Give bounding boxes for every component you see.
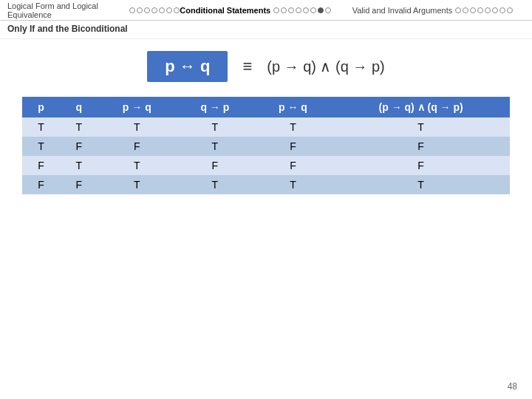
col-header-biconditional: p ↔ q (254, 97, 332, 117)
cell-r2-conj: F (332, 137, 510, 156)
cell-r4-bicond: T (254, 175, 332, 194)
table-row: F F T T T T (22, 175, 510, 194)
truth-table: p q p → q q → p p ↔ q (p → q) ∧ (q → p) … (22, 97, 510, 194)
vdot-7 (499, 7, 505, 13)
dot-3 (144, 7, 150, 13)
cell-r4-pq: T (98, 175, 176, 194)
col-header-p: p (22, 97, 60, 117)
cdot-5 (303, 7, 309, 13)
table-header-row: p q p → q q → p p ↔ q (p → q) ∧ (q → p) (22, 97, 510, 117)
dot-5 (159, 7, 165, 13)
dot-6 (166, 7, 172, 13)
cdot-8 (325, 7, 331, 13)
nav-label-conditional: Conditional Statements (180, 6, 270, 15)
table-row: F T T F F F (22, 156, 510, 175)
dot-1 (129, 7, 135, 13)
nav-dots-valid-invalid (455, 7, 513, 13)
expanded-formula: (p → q) ∧ (q → p) (267, 58, 384, 75)
cdot-2 (281, 7, 287, 13)
main-content: p ↔ q ≡ (p → q) ∧ (q → p) p q p → q q → … (0, 39, 532, 202)
nav-dots-logical-form (129, 7, 180, 13)
vdot-3 (470, 7, 476, 13)
table-row: T T T T T T (22, 117, 510, 137)
vdot-6 (492, 7, 498, 13)
table-row: T F F T F F (22, 137, 510, 156)
cell-r1-conj: T (332, 117, 510, 137)
dot-7 (174, 7, 180, 13)
col-header-q-implies-p: q → p (176, 97, 254, 117)
biconditional-formula-box: p ↔ q (147, 51, 228, 82)
vdot-8 (507, 7, 513, 13)
dot-4 (151, 7, 157, 13)
col-header-p-implies-q: p → q (98, 97, 176, 117)
cell-r3-conj: F (332, 156, 510, 175)
vdot-1 (455, 7, 461, 13)
cell-r4-p: F (22, 175, 60, 194)
col-header-conjunction: (p → q) ∧ (q → p) (332, 97, 510, 117)
cell-r3-bicond: F (254, 156, 332, 175)
cell-r2-p: T (22, 137, 60, 156)
cdot-4 (296, 7, 301, 13)
nav-section-valid-invalid[interactable]: Valid and Invalid Arguments (352, 6, 525, 15)
nav-section-conditional[interactable]: Conditional Statements (180, 6, 352, 15)
cell-r1-pq: T (98, 117, 176, 137)
nav-section-logical-form[interactable]: Logical Form and Logical Equivalence (7, 1, 180, 19)
nav-label-logical-form: Logical Form and Logical Equivalence (7, 1, 126, 19)
biconditional-display: p ↔ q ≡ (p → q) ∧ (q → p) (22, 51, 510, 82)
page-subtitle: Only If and the Biconditional (0, 21, 532, 39)
cell-r2-qp: T (176, 137, 254, 156)
cdot-6 (310, 7, 316, 13)
cell-r3-q: T (60, 156, 98, 175)
vdot-5 (485, 7, 491, 13)
cdot-3 (288, 7, 294, 13)
cell-r4-qp: T (176, 175, 254, 194)
vdot-2 (463, 7, 468, 13)
top-navigation: Logical Form and Logical Equivalence Con… (0, 0, 532, 21)
cell-r3-qp: F (176, 156, 254, 175)
cell-r3-pq: T (98, 156, 176, 175)
col-header-q: q (60, 97, 98, 117)
nav-label-valid-invalid: Valid and Invalid Arguments (352, 6, 453, 15)
cell-r2-q: F (60, 137, 98, 156)
cell-r2-bicond: F (254, 137, 332, 156)
cell-r1-q: T (60, 117, 98, 137)
page-number: 48 (508, 381, 517, 392)
vdot-4 (477, 7, 483, 13)
cdot-7-filled (318, 7, 324, 13)
cell-r3-p: F (22, 156, 60, 175)
equivalence-symbol: ≡ (242, 57, 252, 76)
cell-r4-conj: T (332, 175, 510, 194)
nav-dots-conditional (273, 7, 331, 13)
cdot-1 (273, 7, 279, 13)
cell-r1-qp: T (176, 117, 254, 137)
cell-r1-bicond: T (254, 117, 332, 137)
cell-r2-pq: F (98, 137, 176, 156)
cell-r4-q: F (60, 175, 98, 194)
dot-2 (137, 7, 143, 13)
cell-r1-p: T (22, 117, 60, 137)
